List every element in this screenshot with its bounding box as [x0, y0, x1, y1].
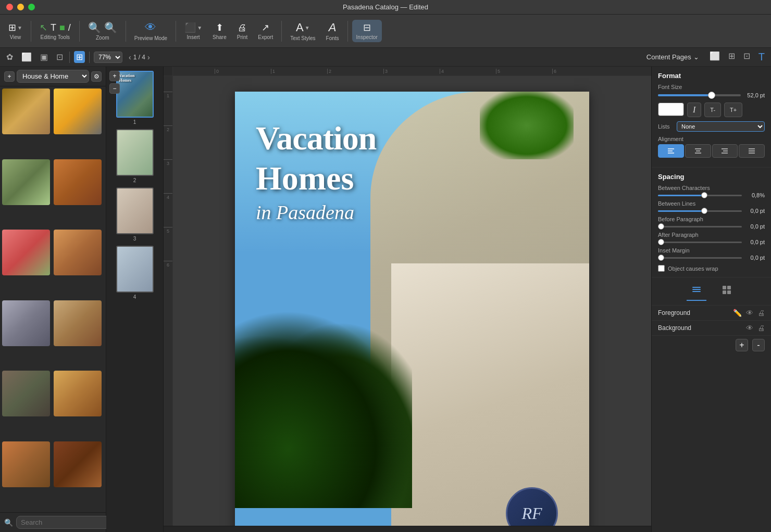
align-center-icon: [694, 148, 702, 154]
background-visibility-icon[interactable]: 👁: [746, 324, 753, 332]
before-para-label: Before Paragraph: [658, 216, 765, 222]
layout-icon[interactable]: ⊞: [74, 51, 85, 63]
editing-tools-tool[interactable]: ↖ T ■ / Editing Tools: [35, 22, 75, 40]
minimize-button[interactable]: [17, 4, 24, 10]
grid-icon: [721, 284, 732, 296]
page-num-4: 4: [133, 294, 136, 300]
between-lines-slider[interactable]: [658, 210, 742, 212]
preview-mode-tool[interactable]: 👁 Preview Mode: [130, 21, 171, 41]
list-item[interactable]: [54, 230, 102, 275]
list-item[interactable]: [2, 159, 50, 205]
page-thumb-2[interactable]: 2: [116, 129, 154, 183]
foreground-print-icon[interactable]: 🖨: [757, 309, 765, 317]
vruler-6: 6: [164, 261, 172, 268]
text-frame-icon[interactable]: ⊡: [54, 51, 65, 63]
share-tool[interactable]: ⬆ Share: [208, 22, 231, 40]
strip-controls: + −: [109, 71, 120, 94]
grid-tab-button[interactable]: [717, 282, 737, 301]
after-para-slider[interactable]: [658, 242, 742, 243]
vertical-ruler: 1 2 3 4 5 6: [164, 76, 173, 526]
add-page-button[interactable]: +: [109, 71, 120, 81]
font-size-slider[interactable]: [658, 94, 741, 96]
add-remove-row: + -: [652, 336, 771, 354]
homes-text: Homes: [256, 159, 354, 198]
titlebar: Pasadena Catalog — Edited: [0, 0, 771, 15]
fonts-icon: A: [329, 21, 337, 34]
page-next-button[interactable]: ›: [147, 53, 150, 61]
h-scrollbar[interactable]: [164, 526, 651, 532]
ruler-corner: [164, 67, 173, 76]
text-increase-button[interactable]: T+: [724, 103, 742, 117]
text-styles-tool[interactable]: A ▼ Text Styles: [286, 21, 319, 41]
add-layer-button[interactable]: +: [736, 339, 748, 351]
list-item[interactable]: [54, 300, 102, 346]
page-prev-button[interactable]: ‹: [129, 53, 131, 61]
sidebar-add-button[interactable]: +: [4, 71, 15, 82]
foreground-visibility-icon[interactable]: 👁: [746, 309, 753, 317]
canvas-area: 0 1 2 3 4 5 6 1 2 3 4 5 6: [164, 67, 651, 532]
image-icon[interactable]: ⬜: [19, 51, 34, 63]
page-nav: ‹ 1 / 4 ›: [129, 53, 150, 61]
fonts-tool[interactable]: A Fonts: [322, 21, 343, 41]
sidebar-settings-button[interactable]: ⚙: [91, 71, 102, 82]
remove-layer-button[interactable]: -: [752, 339, 765, 351]
print-label: Print: [237, 34, 248, 40]
category-select[interactable]: House & Home: [17, 70, 89, 83]
page-canvas: Vacation Homes in Pasadena RF: [235, 92, 589, 526]
align-justify-button[interactable]: [739, 144, 765, 158]
lists-select[interactable]: None: [677, 121, 765, 132]
print-tool[interactable]: 🖨 Print: [233, 22, 252, 40]
view-tool[interactable]: ⊞ ▼ View: [4, 22, 27, 40]
zoom-select[interactable]: 77%: [94, 52, 122, 63]
format-title: Format: [658, 72, 765, 80]
search-input[interactable]: [16, 516, 113, 529]
color-swatch-button[interactable]: [658, 103, 684, 116]
list-item[interactable]: [2, 88, 50, 134]
maximize-button[interactable]: [28, 4, 35, 10]
remove-page-button[interactable]: −: [109, 83, 120, 94]
page-thumb-1[interactable]: VacationHomes 1: [116, 71, 154, 125]
align-right-icon: [721, 148, 728, 154]
align-center-button[interactable]: [685, 144, 711, 158]
page-thumb-4[interactable]: 4: [116, 246, 154, 300]
wrap-checkbox[interactable]: [658, 265, 665, 272]
layers-tab-button[interactable]: [687, 282, 706, 301]
list-item[interactable]: [2, 300, 50, 346]
zoom-tool[interactable]: 🔍 🔍 Zoom: [84, 21, 121, 41]
insert-tool[interactable]: ⬛ ▼ Insert: [180, 22, 206, 40]
list-item[interactable]: [54, 441, 102, 487]
page-strip: + − VacationHomes 1 2 3: [106, 67, 164, 532]
list-item[interactable]: [54, 371, 102, 416]
flower-icon[interactable]: ✿: [4, 51, 15, 63]
vruler-5: 5: [164, 227, 172, 234]
trees: [235, 310, 412, 508]
text-style-icon[interactable]: T: [756, 50, 767, 64]
font-size-row: 52,0 pt: [658, 92, 765, 98]
page-type-icon1[interactable]: ⬜: [707, 50, 722, 64]
export-tool[interactable]: ↗ Export: [254, 22, 277, 40]
list-item[interactable]: [2, 230, 50, 275]
italic-style-button[interactable]: I: [687, 103, 701, 117]
page-type-icon3[interactable]: ⊡: [741, 50, 752, 64]
page-thumb-3[interactable]: 3: [116, 187, 154, 242]
inspector-tool[interactable]: ⊟ Inspector: [352, 20, 382, 42]
list-item[interactable]: [54, 159, 102, 205]
align-left-button[interactable]: [658, 144, 684, 158]
content-pages-button[interactable]: Content Pages ⌄: [646, 53, 699, 61]
background-print-icon[interactable]: 🖨: [757, 324, 765, 332]
text-decrease-button[interactable]: T-: [704, 103, 721, 117]
list-item[interactable]: [54, 88, 102, 134]
inset-margin-slider[interactable]: [658, 257, 742, 259]
page-type-icon2[interactable]: ⊞: [726, 50, 737, 64]
list-item[interactable]: [2, 441, 50, 487]
box-icon[interactable]: ▣: [38, 51, 50, 63]
canvas-scroll[interactable]: Vacation Homes in Pasadena RF: [173, 76, 651, 526]
between-chars-slider[interactable]: [658, 195, 742, 196]
foreground-edit-icon[interactable]: ✏️: [733, 309, 742, 317]
align-right-button[interactable]: [712, 144, 738, 158]
before-para-slider[interactable]: [658, 226, 742, 227]
page-num-3: 3: [133, 236, 136, 242]
close-button[interactable]: [6, 4, 13, 10]
list-item[interactable]: [2, 371, 50, 416]
format-section: Format Font Size 52,0 pt I T- T+ Lists: [652, 67, 771, 168]
